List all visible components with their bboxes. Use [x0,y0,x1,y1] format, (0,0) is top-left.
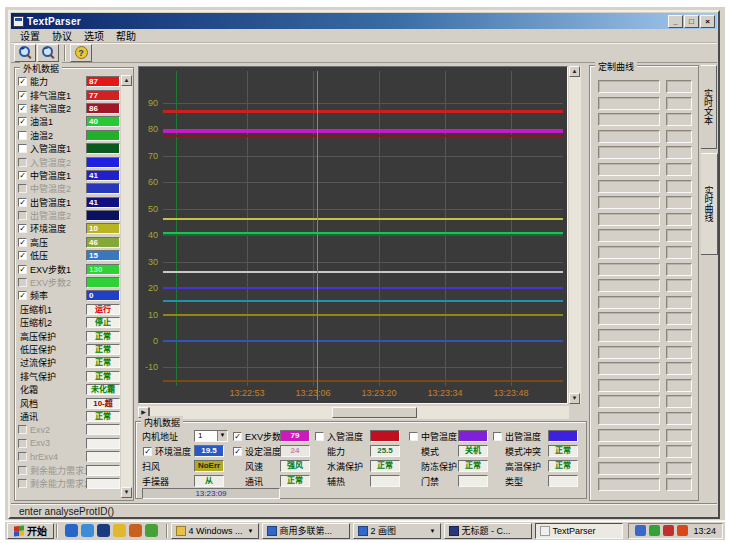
curve-name-box[interactable] [598,445,660,458]
checkbox[interactable]: ✓ [18,224,27,233]
curve-name-box[interactable] [598,346,660,359]
curve-name-box[interactable] [598,113,660,126]
curve-name-box[interactable] [598,146,660,159]
menu-item-协议[interactable]: 协议 [47,28,77,43]
quick-launch-icon-3[interactable] [97,524,110,537]
scroll-up-icon[interactable]: ▲ [569,66,580,77]
curve-value-box[interactable] [666,80,692,93]
curve-name-box[interactable] [598,163,660,176]
curve-name-box[interactable] [598,379,660,392]
checkbox[interactable]: ✓ [18,251,27,260]
scroll-up-icon[interactable]: ▲ [121,75,132,86]
checkbox[interactable]: ✓ [143,447,152,456]
curve-value-box[interactable] [666,146,692,159]
curve-name-box[interactable] [598,196,660,209]
chevron-down-icon[interactable]: ▼ [217,431,227,441]
curve-name-box[interactable] [598,130,660,143]
task-button-TextParser[interactable]: TextParser [535,523,623,539]
sidebar-scrollbar[interactable]: ▲ ▼ [121,75,132,498]
curve-value-box[interactable] [666,163,692,176]
titlebar[interactable]: TextParser _ □ × [11,13,717,29]
checkbox[interactable] [18,425,27,434]
checkbox[interactable]: ✓ [18,198,27,207]
tray-icon-4[interactable] [677,525,688,536]
scroll-down-icon[interactable]: ▼ [121,487,132,498]
curve-value-box[interactable] [666,196,692,209]
curve-value-box[interactable] [666,395,692,408]
checkbox[interactable]: ✓ [18,291,27,300]
checkbox[interactable] [315,432,324,441]
quick-launch-icon-1[interactable] [65,524,78,537]
curve-name-box[interactable] [598,462,660,475]
curve-value-box[interactable] [666,180,692,193]
chevron-down-icon[interactable]: ▼ [248,528,254,534]
curve-name-box[interactable] [598,213,660,226]
task-button-4 Windows ...[interactable]: 4 Windows ...▼ [171,523,259,539]
curve-name-box[interactable] [598,312,660,325]
curve-value-box[interactable] [666,445,692,458]
start-button[interactable]: 开始 [7,523,54,539]
curve-name-box[interactable] [598,362,660,375]
tray-icon-3[interactable] [663,525,674,536]
checkbox[interactable]: ✓ [233,447,242,456]
curve-name-box[interactable] [598,180,660,193]
tab-实时曲线[interactable]: 实时曲线 [701,153,718,255]
checkbox[interactable] [18,184,27,193]
checkbox[interactable] [18,278,27,287]
task-button-无标题 - C...[interactable]: 无标题 - C... [444,523,532,539]
curve-value-box[interactable] [666,279,692,292]
curve-name-box[interactable] [598,279,660,292]
checkbox[interactable] [409,432,418,441]
curve-name-box[interactable] [598,478,660,491]
curve-name-box[interactable] [598,229,660,242]
close-button[interactable]: × [700,15,715,28]
curve-name-box[interactable] [598,329,660,342]
checkbox[interactable] [18,479,27,488]
checkbox[interactable]: ✓ [18,171,27,180]
help-button[interactable]: ? [70,44,92,62]
curve-value-box[interactable] [666,130,692,143]
menu-item-设置[interactable]: 设置 [15,28,45,43]
minimize-button[interactable]: _ [668,15,683,28]
quick-launch-icon-6[interactable] [145,524,158,537]
checkbox[interactable] [18,466,27,475]
zoom-in-button[interactable]: + [14,44,36,62]
curve-name-box[interactable] [598,80,660,93]
checkbox[interactable]: ✓ [18,238,27,247]
curve-value-box[interactable] [666,462,692,475]
curve-value-box[interactable] [666,412,692,425]
checkbox[interactable] [18,439,27,448]
curve-name-box[interactable] [598,263,660,276]
chart-horizontal-scrollbar[interactable]: ◀ ▶ [138,406,569,419]
curve-name-box[interactable] [598,97,660,110]
chevron-down-icon[interactable]: ▼ [430,528,436,534]
chart-vertical-scrollbar[interactable]: ▲ ▼ [569,66,581,404]
checkbox[interactable]: ✓ [18,91,27,100]
checkbox[interactable]: ✓ [18,104,27,113]
checkbox[interactable] [18,452,27,461]
scroll-down-icon[interactable]: ▼ [569,393,580,404]
curve-value-box[interactable] [666,229,692,242]
quick-launch-icon-4[interactable] [113,524,126,537]
curve-value-box[interactable] [666,346,692,359]
curve-name-box[interactable] [598,429,660,442]
curve-value-box[interactable] [666,263,692,276]
curve-name-box[interactable] [598,395,660,408]
curve-value-box[interactable] [666,329,692,342]
menu-item-帮助[interactable]: 帮助 [111,28,141,43]
checkbox[interactable]: ✓ [18,117,27,126]
checkbox[interactable] [493,432,502,441]
checkbox[interactable] [18,211,27,220]
tray-icon-1[interactable] [635,525,646,536]
curve-value-box[interactable] [666,296,692,309]
checkbox[interactable] [18,131,27,140]
curve-value-box[interactable] [666,478,692,491]
curve-value-box[interactable] [666,113,692,126]
quick-launch-icon-5[interactable] [129,524,142,537]
curve-name-box[interactable] [598,412,660,425]
curve-value-box[interactable] [666,97,692,110]
scrollbar-thumb[interactable] [332,407,417,418]
curve-value-box[interactable] [666,312,692,325]
maximize-button[interactable]: □ [684,15,699,28]
curve-value-box[interactable] [666,246,692,259]
